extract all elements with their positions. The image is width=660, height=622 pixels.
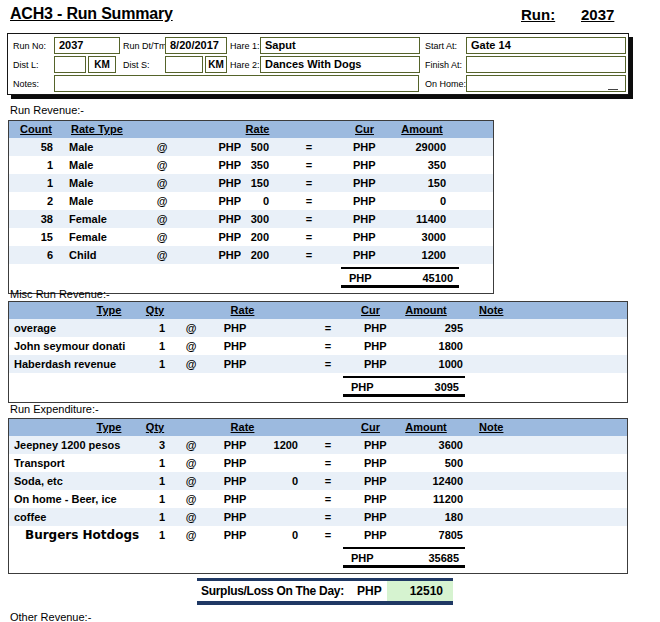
cell-eq: = [304, 472, 352, 490]
cell-note [475, 490, 627, 508]
cell-amount: 3000 [386, 228, 450, 246]
cell-rval: 350 [241, 156, 275, 174]
hare1-label: Hare 1: [230, 40, 260, 52]
run-expenditure-total-row: PHP 35685 [9, 547, 627, 573]
cell-rval [259, 490, 304, 508]
table-row[interactable]: Burgers Hotdogs1@PHP0=PHP7805 [9, 526, 627, 544]
cell-eq: = [275, 246, 343, 264]
header-type: Type [9, 419, 139, 436]
cell-rcur: PHP [211, 490, 259, 508]
cell-rval: 150 [241, 174, 275, 192]
header-spacer [304, 302, 352, 319]
hare1-field[interactable]: Saput [260, 37, 420, 54]
cell-eq: = [275, 210, 343, 228]
cell-type: Male [63, 192, 147, 210]
cell-rcur: PHP [211, 526, 259, 544]
header-type: Type [9, 302, 139, 319]
cell-qty: 1 [139, 508, 171, 526]
cell-eq: = [275, 156, 343, 174]
table-row[interactable]: 2Male@PHP0=PHP0 [9, 192, 493, 210]
cell-cur: PHP [343, 192, 386, 210]
header-cur: Cur [352, 302, 407, 319]
run-revenue-table: Count Rate Type Rate Cur Amount 58Male@P… [8, 120, 494, 294]
run-dt-field[interactable]: 8/20/2017 [165, 37, 227, 54]
misc-revenue-section-label: Misc Run Revenue:- [10, 288, 110, 300]
notes-field[interactable] [54, 75, 419, 92]
hare2-field[interactable]: Dances With Dogs [260, 56, 420, 73]
cell-note [475, 454, 627, 472]
header-cur: Cur [352, 419, 407, 436]
dist-s-field[interactable] [165, 56, 203, 73]
cell-rval: 1200 [259, 436, 304, 454]
cell-at: @ [171, 355, 211, 373]
total-cur: PHP [343, 378, 374, 394]
table-row[interactable]: Transport1@PHP=PHP500 [9, 454, 627, 472]
cell-type: Female [63, 210, 147, 228]
table-row[interactable]: On home - Beer, ice1@PHP=PHP11200 [9, 490, 627, 508]
cell-amount: 180 [407, 508, 475, 526]
total-amount: 45100 [422, 269, 459, 285]
surplus-amount[interactable]: 12510 [387, 581, 453, 601]
cell-rval: 500 [241, 138, 275, 156]
cell-at: @ [171, 436, 211, 454]
dist-l-field[interactable] [54, 56, 86, 73]
surplus-bar: Surplus/Loss On The Day: PHP 12510 [197, 578, 453, 605]
cell-note [475, 337, 627, 355]
header-amount: Amount [407, 419, 475, 436]
total-cur: PHP [343, 549, 374, 565]
cell-note [475, 355, 627, 373]
other-revenue-section-label: Other Revenue:- [10, 611, 91, 622]
cell-cur: PHP [352, 319, 407, 337]
cell-amount: 0 [386, 192, 450, 210]
cell-type: Soda, etc [9, 472, 139, 490]
table-row[interactable]: Soda, etc1@PHP0=PHP12400 [9, 472, 627, 490]
start-at-field[interactable]: Gate 14 [466, 37, 626, 54]
page-title: ACH3 - Run Summary [10, 5, 173, 23]
misc-revenue-header-row: Type Qty Rate Cur Amount Note [9, 302, 627, 319]
cell-rcur: PHP [211, 508, 259, 526]
cell-rval [259, 319, 304, 337]
cell-amount: 295 [407, 319, 475, 337]
table-row[interactable]: 6Child@PHP200=PHP1200 [9, 246, 493, 264]
cell-cur: PHP [352, 355, 407, 373]
table-row[interactable]: 1Male@PHP150=PHP150 [9, 174, 493, 192]
cell-cur: PHP [343, 156, 386, 174]
cell-at: @ [171, 337, 211, 355]
cell-count: 58 [9, 138, 63, 156]
header-spacer [304, 419, 352, 436]
cell-rcur: PHP [211, 436, 259, 454]
cell-type: Male [63, 156, 147, 174]
run-expenditure-rows: Jeepney 1200 pesos3@PHP1200=PHP3600Trans… [9, 436, 627, 544]
table-row[interactable]: 38Female@PHP300=PHP11400 [9, 210, 493, 228]
table-row[interactable]: Jeepney 1200 pesos3@PHP1200=PHP3600 [9, 436, 627, 454]
cell-type: overage [9, 319, 139, 337]
cell-rval [259, 355, 304, 373]
table-row[interactable]: 15Female@PHP200=PHP3000 [9, 228, 493, 246]
on-home-field[interactable] [466, 75, 626, 92]
cell-note [475, 508, 627, 526]
cell-rcur: PHP [177, 138, 241, 156]
cell-marker [608, 89, 618, 90]
cell-type: coffee [9, 508, 139, 526]
run-revenue-total: PHP 45100 [341, 267, 459, 288]
surplus-label: Surplus/Loss On The Day: [197, 584, 357, 598]
table-row[interactable]: 58Male@PHP500=PHP29000 [9, 138, 493, 156]
misc-revenue-rows: overage1@PHP=PHP295John seymour donati1@… [9, 319, 627, 373]
cell-at: @ [147, 174, 177, 192]
run-revenue-header-row: Count Rate Type Rate Cur Amount [9, 121, 493, 138]
cell-amount: 3600 [407, 436, 475, 454]
cell-at: @ [171, 490, 211, 508]
run-expenditure-total: PHP 35685 [343, 547, 465, 568]
table-row[interactable]: overage1@PHP=PHP295 [9, 319, 627, 337]
cell-cur: PHP [352, 490, 407, 508]
cell-rval: 200 [241, 246, 275, 264]
table-row[interactable]: Haberdash revenue1@PHP=PHP1000 [9, 355, 627, 373]
table-row[interactable]: 1Male@PHP350=PHP350 [9, 156, 493, 174]
table-row[interactable]: John seymour donati1@PHP=PHP1800 [9, 337, 627, 355]
cell-count: 38 [9, 210, 63, 228]
table-row[interactable]: coffee1@PHP=PHP180 [9, 508, 627, 526]
cell-rcur: PHP [177, 174, 241, 192]
run-no-field[interactable]: 2037 [54, 37, 120, 54]
run-number: 2037 [581, 6, 614, 23]
finish-at-field[interactable] [466, 56, 626, 73]
